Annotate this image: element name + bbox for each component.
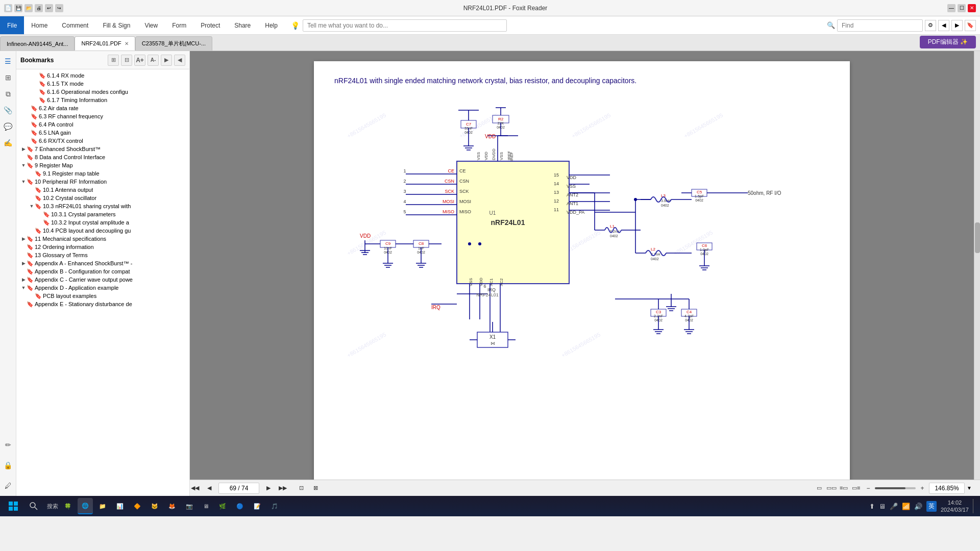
taskbar-app-word[interactable]: 📝: [250, 498, 265, 514]
menu-help[interactable]: Help: [258, 16, 285, 34]
tray-icon-mic[interactable]: 🎤: [890, 503, 898, 510]
single-page-btn[interactable]: ▭: [814, 483, 825, 494]
bookmark-item[interactable]: ▼ 🔖 Appendix D - Application example: [16, 284, 189, 292]
two-scroll-btn[interactable]: ▭≡: [850, 483, 862, 494]
tray-icon-wifi[interactable]: 📶: [902, 503, 910, 510]
tray-icon-pc[interactable]: 🖥: [879, 503, 886, 510]
zoom-slider[interactable]: [875, 487, 916, 489]
taskbar-app-octocat[interactable]: 🐱: [147, 498, 162, 514]
bookmark-item[interactable]: 🔖 6.3 RF channel frequency: [16, 112, 189, 120]
bookmark-item[interactable]: 🔖 10.2 Crystal oscillator: [16, 194, 189, 202]
show-desktop-btn[interactable]: [973, 499, 976, 513]
highlight-icon[interactable]: 🖊: [2, 480, 14, 492]
open-btn[interactable]: 📂: [24, 4, 33, 12]
taskbar-app-music[interactable]: 🎵: [267, 498, 282, 514]
menu-home[interactable]: Home: [24, 16, 55, 34]
bookmark-item[interactable]: 🔖 13 Glossary of Terms: [16, 251, 189, 259]
taskbar-app-ppt[interactable]: 📊: [112, 498, 128, 514]
pdf-scrollbar-thumb[interactable]: [975, 222, 980, 253]
text-smaller-btn[interactable]: A-: [148, 55, 159, 66]
taskbar-app-firefox[interactable]: 🦊: [164, 498, 180, 514]
menu-comment[interactable]: Comment: [55, 16, 95, 34]
maximize-btn[interactable]: ☐: [958, 4, 966, 12]
panel-expand-btn[interactable]: ▶: [161, 55, 172, 66]
text-larger-btn[interactable]: A+: [134, 55, 145, 66]
scroll-btn[interactable]: ≡▭: [838, 483, 849, 494]
bookmark-item[interactable]: 🔖 Appendix E - Stationary disturbance de: [16, 300, 189, 308]
bookmark-item[interactable]: 🔖 10.4 PCB layout and decoupling gu: [16, 227, 189, 235]
zoom-out-btn[interactable]: −: [864, 484, 873, 493]
attachments-icon[interactable]: 📎: [2, 104, 14, 116]
bookmark-item[interactable]: 🔖 6.1.5 TX mode: [16, 80, 189, 88]
tab-close-nrf24[interactable]: ✕: [125, 41, 129, 46]
lock-icon[interactable]: 🔒: [2, 459, 14, 471]
taskbar-search-label[interactable]: 搜索: [47, 503, 58, 510]
bookmark-item[interactable]: 🔖 10.1 Antenna output: [16, 186, 189, 194]
menu-fill-sign[interactable]: Fill & Sign: [95, 16, 137, 34]
taskbar-app-chrome[interactable]: 🌐: [78, 498, 93, 514]
zoom-in-btn[interactable]: +: [918, 484, 927, 493]
bookmark-item[interactable]: 🔖 Appendix B - Configuration for compat: [16, 267, 189, 276]
bookmark-item[interactable]: 🔖 9.1 Register map table: [16, 169, 189, 178]
bookmark-item[interactable]: ▼ 🔖 10.3 nRF24L01 sharing crystal with: [16, 202, 189, 210]
last-page-btn[interactable]: ▶▶: [278, 483, 288, 493]
bookmark-item[interactable]: ▼ 🔖 10 Peripheral RF Information: [16, 178, 189, 186]
menu-protect[interactable]: Protect: [193, 16, 227, 34]
fit-width-btn[interactable]: ⊠: [310, 483, 321, 493]
zoom-input[interactable]: [929, 483, 965, 494]
signatures-icon[interactable]: ✍: [2, 137, 14, 149]
bookmark-item[interactable]: 🔖 6.1.4 RX mode: [16, 71, 189, 80]
bookmark-btn[interactable]: 🔖: [965, 20, 976, 31]
tray-icon-lang[interactable]: 英: [926, 501, 937, 512]
search-next-btn[interactable]: ▶: [951, 20, 963, 31]
tray-icon-volume[interactable]: 🔊: [914, 503, 922, 510]
bookmark-item[interactable]: ▶ 🔖 Appendix A - Enhanced ShockBurst™ -: [16, 259, 189, 267]
bookmark-item[interactable]: ▶ 🔖 11 Mechanical specifications: [16, 235, 189, 243]
taskbar-app-camera[interactable]: 📷: [182, 498, 197, 514]
bookmark-item[interactable]: 🔖 6.5 LNA gain: [16, 129, 189, 137]
bookmark-item[interactable]: ▶ 🔖 7 Enhanced ShockBurst™: [16, 145, 189, 153]
tab-infineon[interactable]: Infineon-AN91445_Ant...: [0, 36, 75, 51]
panel-collapse-btn[interactable]: ◀: [174, 55, 185, 66]
annotation-icon[interactable]: ✏: [2, 439, 14, 451]
bookmark-item[interactable]: 🔖 6.4 PA control: [16, 120, 189, 129]
menu-file[interactable]: File: [0, 16, 24, 34]
find-input[interactable]: [837, 19, 923, 32]
pdf-edit-button[interactable]: PDF编辑器 ✨: [920, 36, 976, 48]
bookmark-item[interactable]: 🔖 6.1.7 Timing Information: [16, 96, 189, 104]
taskbar-app-plant[interactable]: 🌿: [215, 498, 230, 514]
taskbar-app-explorer[interactable]: 📁: [95, 498, 110, 514]
bookmark-item[interactable]: 🔖 PCB layout examples: [16, 292, 189, 300]
undo-btn[interactable]: ↩: [45, 4, 53, 12]
bookmark-item[interactable]: 🔖 6.1.6 Operational modes configu: [16, 88, 189, 96]
comments-icon[interactable]: 💬: [2, 120, 14, 133]
thumbnails-icon[interactable]: ⊞: [2, 71, 14, 84]
search-settings-btn[interactable]: ⚙: [925, 20, 936, 31]
taskbar-clock[interactable]: 14:02 2024/03/17: [941, 499, 969, 514]
next-page-btn[interactable]: ▶: [263, 483, 274, 493]
pdf-area[interactable]: +8615645665195 +8615645665195 +861564566…: [190, 51, 980, 496]
quick-access-btn[interactable]: 💾: [14, 4, 22, 12]
bookmark-item[interactable]: 🔖 12 Ordering information: [16, 243, 189, 251]
print-btn[interactable]: 🖨: [35, 4, 43, 12]
collapse-all-btn[interactable]: ⊟: [121, 55, 132, 66]
search-prev-btn[interactable]: ◀: [938, 20, 949, 31]
taskbar-app-monitor[interactable]: 🖥: [199, 498, 213, 514]
bookmark-item[interactable]: 🔖 8 Data and Control Interface: [16, 153, 189, 161]
taskbar-app-clover[interactable]: 🍀: [60, 498, 76, 514]
minimize-btn[interactable]: —: [947, 4, 955, 12]
zoom-dropdown-btn[interactable]: ▼: [967, 485, 972, 491]
first-page-btn[interactable]: ◀◀: [190, 483, 200, 493]
bookmark-item[interactable]: ▶ 🔖 Appendix C - Carrier wave output pow…: [16, 276, 189, 284]
close-btn[interactable]: ✕: [968, 4, 976, 12]
tab-c235578[interactable]: C235578_单片机(MCU-...: [135, 36, 212, 51]
layers-icon[interactable]: ⧉: [2, 88, 14, 100]
tab-nrf24[interactable]: NRF24L01.PDF ✕: [75, 36, 135, 51]
taskbar-app-foxit[interactable]: 🔶: [130, 498, 145, 514]
expand-all-btn[interactable]: ⊞: [108, 55, 119, 66]
pdf-scrollbar[interactable]: [974, 51, 980, 480]
double-page-btn[interactable]: ▭▭: [826, 483, 837, 494]
tray-icon-1[interactable]: ⬆: [869, 503, 875, 510]
prev-page-btn[interactable]: ◀: [204, 483, 214, 493]
taskbar-app-blue[interactable]: 🔵: [232, 498, 248, 514]
